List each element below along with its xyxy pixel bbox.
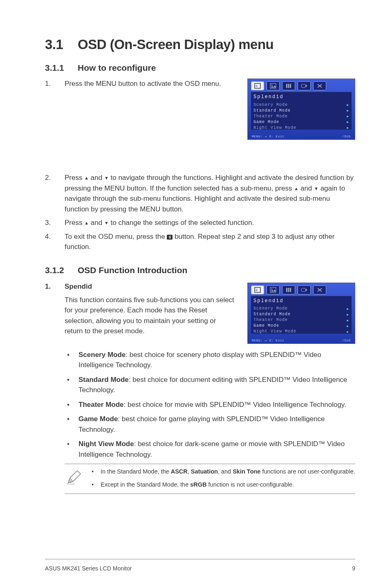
osd-tab-splendid-icon: S xyxy=(251,81,264,90)
step-4-number: 4. xyxy=(45,231,65,252)
osd-tab-image-icon xyxy=(267,81,280,90)
step-1: 1. Press the MENU button to activate the… xyxy=(45,79,235,89)
svg-rect-4 xyxy=(286,84,287,88)
osd-body: Splendid Scenery Mode▶ Standard Mode▶ Th… xyxy=(251,92,352,130)
svg-rect-14 xyxy=(290,288,291,292)
down-icon: ▼ xyxy=(104,175,109,182)
step-2-text: Press ▲ and ▼ to navigate through the fu… xyxy=(65,173,355,214)
bullet-icon: • xyxy=(65,350,78,370)
osd-tab-input-icon xyxy=(298,81,311,90)
osd-title: Splendid xyxy=(253,298,349,305)
svg-rect-10 xyxy=(270,287,276,292)
up-icon: ▲ xyxy=(84,220,89,227)
osd-line-3: Game Mode xyxy=(253,119,279,125)
up-icon: ▲ xyxy=(294,185,298,192)
osd-line-2: Theater Mode xyxy=(253,317,288,323)
s-button-icon: S xyxy=(167,235,173,240)
osd-tab-setup-icon xyxy=(313,285,326,294)
footer-rule xyxy=(45,559,355,559)
bullet-bold: Standard Mode xyxy=(78,376,129,384)
osd-line-3: Game Mode xyxy=(253,323,279,329)
svg-rect-5 xyxy=(288,84,289,88)
osd-line-0: Scenery Mode xyxy=(253,102,288,108)
osd-arrow-icon: ▶ xyxy=(347,312,349,317)
mode-bullet-list: •Scenery Mode: best choice for scenery p… xyxy=(65,350,355,460)
osd-body: Splendid Scenery Mode▶ Standard Mode▶ Th… xyxy=(251,296,352,334)
step-3-text: Press ▲ and ▼ to change the settings of … xyxy=(65,218,355,228)
section-311-title: How to reconfigure xyxy=(78,63,156,72)
heading-number: 3.1 xyxy=(45,37,78,52)
pencil-icon xyxy=(65,467,83,489)
osd-arrow-icon: ▶ xyxy=(347,120,349,124)
osd-foot-left: MENU: ↵ S: Exit xyxy=(252,135,285,138)
bullet-icon: • xyxy=(65,399,78,410)
bullet-bold: Night View Mode xyxy=(78,440,134,448)
down-icon: ▼ xyxy=(314,185,318,192)
osd-arrow-icon: ▶ xyxy=(347,330,349,334)
step-1-text: Press the MENU button to activate the OS… xyxy=(65,79,235,89)
svg-rect-12 xyxy=(286,288,287,292)
section-312-heading: 3.1.2OSD Function Introduction xyxy=(45,265,355,275)
step-4: 4. To exit the OSD menu, press the S but… xyxy=(45,231,355,252)
section-311-number: 3.1.1 xyxy=(45,63,78,73)
osd-line-4: Night View Mode xyxy=(253,329,296,334)
step-3-number: 3. xyxy=(45,218,65,228)
item-spendid-label: Spendid xyxy=(65,283,92,291)
svg-point-11 xyxy=(271,288,273,290)
step-3: 3. Press ▲ and ▼ to change the settings … xyxy=(45,218,355,228)
osd-arrow-icon: ▶ xyxy=(347,103,349,107)
osd-tab-input-icon xyxy=(298,285,311,294)
osd-line-0: Scenery Mode xyxy=(253,306,288,312)
section-312-number: 3.1.2 xyxy=(45,265,78,275)
osd-line-1: Standard Mode xyxy=(253,108,291,114)
section-311-heading: 3.1.1How to reconfigure xyxy=(45,63,355,73)
svg-text:S: S xyxy=(256,288,258,292)
step-4-text: To exit the OSD menu, press the S button… xyxy=(65,231,355,252)
list-item: •Scenery Mode: best choice for scenery p… xyxy=(65,350,355,370)
item-spendid-number: 1. xyxy=(45,283,65,291)
bullet-bold: Scenery Mode xyxy=(78,351,126,359)
page-heading: 3.1OSD (On-Screen Display) menu xyxy=(45,37,355,52)
svg-point-3 xyxy=(271,85,273,86)
osd-line-4: Night View Mode xyxy=(253,125,296,131)
osd-arrow-icon: ▶ xyxy=(347,114,349,119)
note-item: •In the Standard Mode, the ASCR, Satuati… xyxy=(90,467,355,476)
down-icon: ▼ xyxy=(104,220,109,227)
svg-rect-13 xyxy=(288,288,289,292)
bullet-icon: • xyxy=(90,467,101,476)
osd-foot-left: MENU: ↵ S: Exit xyxy=(252,339,285,342)
list-item: •Night View Mode: best choice for dark-s… xyxy=(65,439,355,460)
osd-tab-setup-icon xyxy=(313,81,326,90)
osd-arrow-icon: ▶ xyxy=(347,324,349,328)
svg-rect-2 xyxy=(270,83,276,88)
osd-tabs: S xyxy=(248,79,355,92)
page-footer: ASUS MK241 Series LCD Monitor 9 xyxy=(45,565,355,572)
bullet-icon: • xyxy=(90,480,101,489)
step-2-number: 2. xyxy=(45,173,65,214)
list-item: •Game Mode: best choice for game playing… xyxy=(65,414,355,435)
bullet-bold: Theater Mode xyxy=(78,401,124,408)
osd-tab-color-icon xyxy=(282,285,295,294)
osd-screenshot-1: S Splendid Scenery Mode▶ Standard Mode▶ … xyxy=(247,79,355,140)
osd-screenshot-2: S Splendid Scenery Mode▶ Standard Mode▶ … xyxy=(247,283,355,344)
bullet-icon: • xyxy=(65,414,78,435)
osd-tab-color-icon xyxy=(282,81,295,90)
osd-arrow-icon: ▶ xyxy=(347,126,349,130)
svg-text:S: S xyxy=(256,84,258,88)
svg-rect-6 xyxy=(290,84,291,88)
list-item: •Standard Mode: best choice for document… xyxy=(65,375,355,395)
heading-title: OSD (On-Screen Display) menu xyxy=(78,37,273,52)
section-312-title: OSD Function Introduction xyxy=(78,265,187,275)
bullet-icon: • xyxy=(65,439,78,460)
footer-right: 9 xyxy=(352,565,355,572)
up-icon: ▲ xyxy=(84,175,89,182)
osd-title: Splendid xyxy=(253,94,349,101)
bullet-bold: Game Mode xyxy=(78,415,118,423)
step-1-number: 1. xyxy=(45,79,65,89)
osd-line-1: Standard Mode xyxy=(253,312,291,317)
footer-left: ASUS MK241 Series LCD Monitor xyxy=(45,565,132,572)
step-2: 2. Press ▲ and ▼ to navigate through the… xyxy=(45,173,355,214)
note-item: •Except in the Standard Mode, the sRGB f… xyxy=(90,480,355,489)
list-item: •Theater Mode: best choice for movie wit… xyxy=(65,399,355,410)
osd-tab-splendid-icon: S xyxy=(251,285,264,294)
